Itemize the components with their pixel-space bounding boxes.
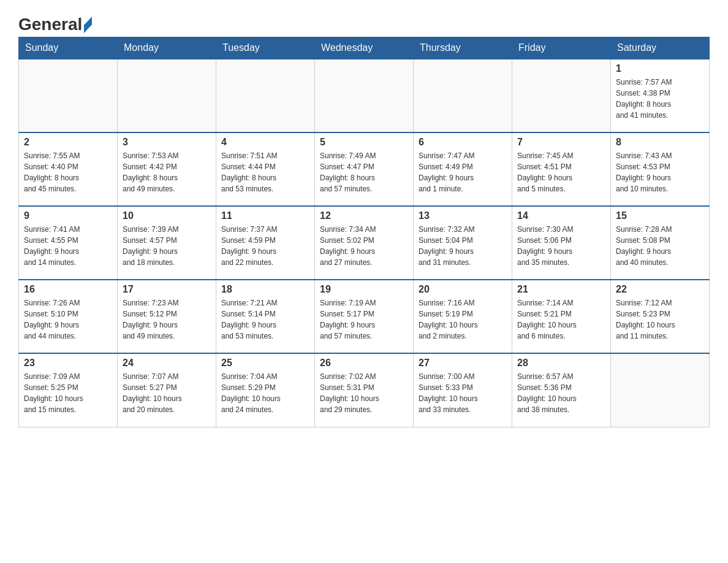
calendar-cell: 7Sunrise: 7:45 AM Sunset: 4:51 PM Daylig… [512,132,611,206]
calendar-cell: 10Sunrise: 7:39 AM Sunset: 4:57 PM Dayli… [118,206,216,280]
day-number: 24 [123,358,211,369]
day-info: Sunrise: 7:34 AM Sunset: 5:02 PM Dayligh… [320,224,408,268]
day-info: Sunrise: 7:45 AM Sunset: 4:51 PM Dayligh… [517,150,605,194]
day-number: 16 [24,284,112,295]
day-info: Sunrise: 7:37 AM Sunset: 4:59 PM Dayligh… [221,224,309,268]
day-number: 17 [123,284,211,295]
column-header-monday: Monday [118,37,216,59]
day-info: Sunrise: 7:43 AM Sunset: 4:53 PM Dayligh… [616,150,704,194]
calendar-cell [611,353,710,427]
calendar-cell: 28Sunrise: 6:57 AM Sunset: 5:36 PM Dayli… [512,353,611,427]
calendar-table: SundayMondayTuesdayWednesdayThursdayFrid… [18,37,710,427]
day-number: 5 [320,137,408,148]
calendar-cell: 12Sunrise: 7:34 AM Sunset: 5:02 PM Dayli… [315,206,414,280]
day-info: Sunrise: 7:49 AM Sunset: 4:47 PM Dayligh… [320,150,408,194]
calendar-cell: 26Sunrise: 7:02 AM Sunset: 5:31 PM Dayli… [315,353,414,427]
calendar-cell: 18Sunrise: 7:21 AM Sunset: 5:14 PM Dayli… [216,280,315,353]
column-header-saturday: Saturday [611,37,710,59]
calendar-cell: 9Sunrise: 7:41 AM Sunset: 4:55 PM Daylig… [19,206,118,280]
column-header-tuesday: Tuesday [216,37,315,59]
day-number: 8 [616,137,704,148]
calendar-cell: 14Sunrise: 7:30 AM Sunset: 5:06 PM Dayli… [512,206,611,280]
day-info: Sunrise: 7:32 AM Sunset: 5:04 PM Dayligh… [419,224,507,268]
calendar-cell [118,59,216,132]
day-info: Sunrise: 7:30 AM Sunset: 5:06 PM Dayligh… [517,224,605,268]
calendar-cell: 24Sunrise: 7:07 AM Sunset: 5:27 PM Dayli… [118,353,216,427]
day-info: Sunrise: 7:12 AM Sunset: 5:23 PM Dayligh… [616,297,704,342]
day-number: 22 [616,284,704,295]
calendar-cell: 6Sunrise: 7:47 AM Sunset: 4:49 PM Daylig… [414,132,512,206]
day-number: 11 [221,210,309,221]
week-row-4: 16Sunrise: 7:26 AM Sunset: 5:10 PM Dayli… [19,280,710,353]
day-info: Sunrise: 7:39 AM Sunset: 4:57 PM Dayligh… [123,224,211,268]
calendar-cell: 22Sunrise: 7:12 AM Sunset: 5:23 PM Dayli… [611,280,710,353]
calendar-cell: 4Sunrise: 7:51 AM Sunset: 4:44 PM Daylig… [216,132,315,206]
calendar-cell: 15Sunrise: 7:28 AM Sunset: 5:08 PM Dayli… [611,206,710,280]
week-row-1: 1Sunrise: 7:57 AM Sunset: 4:38 PM Daylig… [19,59,710,132]
day-number: 10 [123,210,211,221]
column-header-sunday: Sunday [19,37,118,59]
calendar-cell: 5Sunrise: 7:49 AM Sunset: 4:47 PM Daylig… [315,132,414,206]
calendar-header-row: SundayMondayTuesdayWednesdayThursdayFrid… [19,37,710,59]
day-info: Sunrise: 7:04 AM Sunset: 5:29 PM Dayligh… [221,371,309,415]
day-info: Sunrise: 7:19 AM Sunset: 5:17 PM Dayligh… [320,297,408,342]
calendar-cell: 8Sunrise: 7:43 AM Sunset: 4:53 PM Daylig… [611,132,710,206]
day-info: Sunrise: 7:14 AM Sunset: 5:21 PM Dayligh… [517,297,605,342]
day-number: 2 [24,137,112,148]
day-info: Sunrise: 7:02 AM Sunset: 5:31 PM Dayligh… [320,371,408,415]
calendar-cell: 19Sunrise: 7:19 AM Sunset: 5:17 PM Dayli… [315,280,414,353]
day-info: Sunrise: 7:07 AM Sunset: 5:27 PM Dayligh… [123,371,211,415]
week-row-3: 9Sunrise: 7:41 AM Sunset: 4:55 PM Daylig… [19,206,710,280]
calendar-cell: 23Sunrise: 7:09 AM Sunset: 5:25 PM Dayli… [19,353,118,427]
day-info: Sunrise: 7:26 AM Sunset: 5:10 PM Dayligh… [24,297,112,342]
day-info: Sunrise: 7:55 AM Sunset: 4:40 PM Dayligh… [24,150,112,194]
calendar-cell: 11Sunrise: 7:37 AM Sunset: 4:59 PM Dayli… [216,206,315,280]
day-info: Sunrise: 7:23 AM Sunset: 5:12 PM Dayligh… [123,297,211,342]
calendar-cell: 2Sunrise: 7:55 AM Sunset: 4:40 PM Daylig… [19,132,118,206]
calendar-cell [512,59,611,132]
day-number: 20 [419,284,507,295]
day-number: 9 [24,210,112,221]
day-info: Sunrise: 7:09 AM Sunset: 5:25 PM Dayligh… [24,371,112,415]
calendar-cell: 17Sunrise: 7:23 AM Sunset: 5:12 PM Dayli… [118,280,216,353]
day-number: 27 [419,358,507,369]
day-number: 6 [419,137,507,148]
day-info: Sunrise: 6:57 AM Sunset: 5:36 PM Dayligh… [517,371,605,415]
day-info: Sunrise: 7:28 AM Sunset: 5:08 PM Dayligh… [616,224,704,268]
day-number: 13 [419,210,507,221]
calendar-cell: 27Sunrise: 7:00 AM Sunset: 5:33 PM Dayli… [414,353,512,427]
day-number: 19 [320,284,408,295]
day-number: 25 [221,358,309,369]
calendar-cell: 13Sunrise: 7:32 AM Sunset: 5:04 PM Dayli… [414,206,512,280]
calendar-cell: 3Sunrise: 7:53 AM Sunset: 4:42 PM Daylig… [118,132,216,206]
day-info: Sunrise: 7:21 AM Sunset: 5:14 PM Dayligh… [221,297,309,342]
column-header-thursday: Thursday [414,37,512,59]
calendar-cell [414,59,512,132]
day-info: Sunrise: 7:16 AM Sunset: 5:19 PM Dayligh… [419,297,507,342]
day-info: Sunrise: 7:41 AM Sunset: 4:55 PM Dayligh… [24,224,112,268]
calendar-cell [19,59,118,132]
calendar-cell: 21Sunrise: 7:14 AM Sunset: 5:21 PM Dayli… [512,280,611,353]
day-number: 7 [517,137,605,148]
week-row-5: 23Sunrise: 7:09 AM Sunset: 5:25 PM Dayli… [19,353,710,427]
day-info: Sunrise: 7:00 AM Sunset: 5:33 PM Dayligh… [419,371,507,415]
day-number: 4 [221,137,309,148]
day-number: 1 [616,63,704,74]
day-info: Sunrise: 7:57 AM Sunset: 4:38 PM Dayligh… [616,77,704,121]
column-header-friday: Friday [512,37,611,59]
day-info: Sunrise: 7:51 AM Sunset: 4:44 PM Dayligh… [221,150,309,194]
day-number: 15 [616,210,704,221]
logo-general: General [18,16,82,33]
calendar-cell: 20Sunrise: 7:16 AM Sunset: 5:19 PM Dayli… [414,280,512,353]
day-number: 18 [221,284,309,295]
column-header-wednesday: Wednesday [315,37,414,59]
day-number: 3 [123,137,211,148]
calendar-cell: 25Sunrise: 7:04 AM Sunset: 5:29 PM Dayli… [216,353,315,427]
day-number: 23 [24,358,112,369]
week-row-2: 2Sunrise: 7:55 AM Sunset: 4:40 PM Daylig… [19,132,710,206]
day-number: 12 [320,210,408,221]
logo: General [18,12,92,31]
calendar-cell: 1Sunrise: 7:57 AM Sunset: 4:38 PM Daylig… [611,59,710,132]
day-info: Sunrise: 7:47 AM Sunset: 4:49 PM Dayligh… [419,150,507,194]
page-header: General [18,12,710,31]
